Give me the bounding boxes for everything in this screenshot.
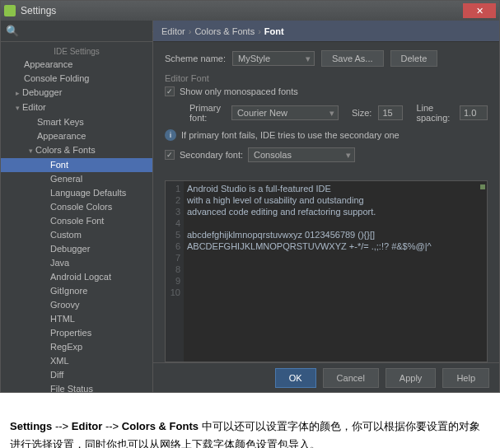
tree-item-label: Editor <box>22 102 46 112</box>
tree-item-label: Font <box>50 160 68 170</box>
tree-item-label: Console Font <box>50 216 104 226</box>
caption-text: Settings --> Editor --> Colors & Fonts 中… <box>0 393 500 448</box>
primary-font-combo[interactable]: Courier New <box>231 105 339 120</box>
tree-item-label: Console Folding <box>24 73 90 83</box>
tree-item[interactable]: Java <box>1 256 152 270</box>
tree-item-label: RegExp <box>50 342 82 352</box>
search-input[interactable] <box>24 26 147 37</box>
tree-item-label: Properties <box>50 328 91 338</box>
tree-item-label: Colors & Fonts <box>35 145 96 155</box>
settings-tree[interactable]: IDE Settings AppearanceConsole Folding▸D… <box>1 42 152 392</box>
check-icon: ✓ <box>165 150 175 160</box>
titlebar: Settings ✕ <box>1 1 499 21</box>
tree-item[interactable]: Diff <box>1 368 152 382</box>
tree-item[interactable]: GitIgnore <box>1 284 152 298</box>
tree-item[interactable]: ▾Colors & Fonts <box>1 143 152 158</box>
fallback-text: If primary font fails, IDE tries to use … <box>181 130 400 140</box>
secondary-font-label: Secondary font: <box>180 150 243 160</box>
dialog-buttons: OK Cancel Apply Help <box>153 362 499 392</box>
tree-item-label: Appearance <box>24 59 72 69</box>
line-gutter: 12345678910 <box>166 181 184 362</box>
bc-colors-fonts[interactable]: Colors & Fonts <box>194 26 255 36</box>
search-row: 🔍 ◄ ► <box>1 21 152 42</box>
tree-item-label: Diff <box>50 370 63 380</box>
tree-item-label: Smart Keys <box>37 117 84 127</box>
tree-item-label: Debugger <box>50 244 90 254</box>
tree-item[interactable]: Console Font <box>1 214 152 228</box>
bc-font: Font <box>264 26 284 36</box>
mono-only-checkbox[interactable]: ✓ Show only monospaced fonts <box>165 86 298 96</box>
cancel-button[interactable]: Cancel <box>323 368 379 388</box>
editor-font-group-label: Editor Font <box>165 73 488 83</box>
settings-window: Settings ✕ 🔍 ◄ ► IDE Settings Appearance… <box>0 0 500 393</box>
tree-item-label: General <box>50 174 82 184</box>
tree-item[interactable]: XML <box>1 354 152 368</box>
chevron-right-icon: › <box>189 26 192 36</box>
search-icon: 🔍 <box>6 25 19 37</box>
mono-only-label: Show only monospaced fonts <box>180 86 298 96</box>
app-icon <box>4 5 16 16</box>
tree-item-label: Debugger <box>22 87 62 97</box>
breadcrumb: Editor › Colors & Fonts › Font <box>153 21 499 42</box>
error-stripe-marker <box>480 184 485 189</box>
tree-item-label: GitIgnore <box>50 286 87 296</box>
delete-button[interactable]: Delete <box>390 50 438 67</box>
tree-item[interactable]: Properties <box>1 326 152 340</box>
tree-item[interactable]: Console Folding <box>1 72 152 86</box>
tree-item[interactable]: Android Logcat <box>1 270 152 284</box>
tree-item-label: HTML <box>50 314 75 324</box>
font-preview: 12345678910 Android Studio is a full-fea… <box>165 180 488 362</box>
tree-item[interactable]: Console Colors <box>1 200 152 214</box>
tree-item[interactable]: Custom <box>1 228 152 242</box>
size-label: Size: <box>352 108 371 118</box>
tree-item[interactable]: File Status <box>1 382 152 392</box>
tree-item-label: Custom <box>50 230 82 240</box>
ok-button[interactable]: OK <box>275 368 316 388</box>
tree-item-label: File Status <box>50 384 93 392</box>
tree-item-label: Android Logcat <box>50 272 111 282</box>
tree-item-label: Java <box>50 258 69 268</box>
tree-item[interactable]: HTML <box>1 312 152 326</box>
close-button[interactable]: ✕ <box>463 3 496 18</box>
tree-item-label: Appearance <box>37 131 86 141</box>
tree-item[interactable]: Groovy <box>1 298 152 312</box>
scheme-name-combo[interactable]: MyStyle <box>232 51 315 66</box>
bc-editor[interactable]: Editor <box>161 26 185 36</box>
window-title: Settings <box>21 5 56 16</box>
tree-item-label: Groovy <box>50 300 79 310</box>
tree-item[interactable]: Smart Keys <box>1 115 152 129</box>
secondary-font-checkbox[interactable]: ✓ Secondary font: <box>165 150 243 160</box>
chevron-right-icon: › <box>258 26 261 36</box>
secondary-font-combo[interactable]: Consolas <box>248 147 355 162</box>
line-spacing-label: Line spacing: <box>416 103 453 123</box>
tree-item[interactable]: RegExp <box>1 340 152 354</box>
expand-arrow-icon: ▾ <box>29 145 35 157</box>
tree-item[interactable]: General <box>1 172 152 186</box>
expand-arrow-icon: ▸ <box>16 87 22 100</box>
tree-item-label: Language Defaults <box>50 188 126 198</box>
tree-item[interactable]: Font <box>1 158 152 172</box>
tree-section-header: IDE Settings <box>1 45 152 58</box>
tree-item[interactable]: Appearance <box>1 58 152 72</box>
check-icon: ✓ <box>165 86 175 96</box>
primary-font-label: Primary font: <box>189 103 225 123</box>
apply-button[interactable]: Apply <box>386 368 437 388</box>
tree-item[interactable]: ▸Debugger <box>1 86 152 100</box>
expand-arrow-icon: ▾ <box>16 102 22 114</box>
sidebar: 🔍 ◄ ► IDE Settings AppearanceConsole Fol… <box>1 21 153 392</box>
tree-item-label: Console Colors <box>50 202 112 212</box>
scheme-name-label: Scheme name: <box>165 54 226 63</box>
tree-item[interactable]: Debugger <box>1 242 152 256</box>
info-icon: i <box>165 129 176 141</box>
save-as-button[interactable]: Save As... <box>321 50 384 67</box>
help-button[interactable]: Help <box>442 368 489 388</box>
tree-item-label: XML <box>50 356 69 366</box>
tree-item[interactable]: Appearance <box>1 129 152 143</box>
tree-item[interactable]: Language Defaults <box>1 186 152 200</box>
content-pane: Editor › Colors & Fonts › Font Scheme na… <box>153 21 499 392</box>
preview-code: Android Studio is a full-featured IDEwit… <box>184 181 487 362</box>
line-spacing-input[interactable] <box>460 105 488 120</box>
size-input[interactable] <box>378 105 403 120</box>
tree-item[interactable]: ▾Editor <box>1 100 152 115</box>
